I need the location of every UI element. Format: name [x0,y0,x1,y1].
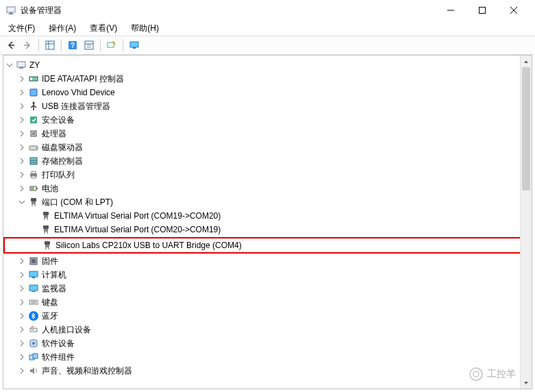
tree-item-label: 安全设备 [42,114,75,126]
tree-category[interactable]: 磁盘驱动器 [3,140,532,154]
tree-category[interactable]: 软件组件 [3,350,532,364]
tree-category[interactable]: 声音、视频和游戏控制器 [3,364,532,378]
expander-open-icon[interactable] [17,197,27,207]
device-icon [28,87,39,98]
tree-category[interactable]: IDE ATA/ATAPI 控制器 [3,72,532,86]
tree-item-label: 端口 (COM 和 LPT) [42,197,113,208]
tree-item-label: 固件 [42,256,58,267]
expander-closed-icon[interactable] [17,297,27,307]
device-tree[interactable]: ZY IDE ATA/ATAPI 控制器Lenovo Vhid DeviceUS… [3,56,532,380]
expander-closed-icon[interactable] [17,270,27,280]
port-icon [40,210,51,221]
svg-rect-65 [32,291,36,292]
firmware-icon [28,256,39,267]
close-button[interactable] [498,1,530,20]
forward-button[interactable] [21,38,34,52]
watermark-text: 工控羊 [487,368,516,380]
back-button[interactable] [4,38,18,52]
expander-closed-icon[interactable] [17,143,27,152]
show-hide-tree-button[interactable] [43,38,57,52]
svg-rect-48 [43,212,49,215]
window-title: 设备管理器 [21,5,435,16]
expander-closed-icon[interactable] [17,88,27,97]
svg-rect-66 [29,300,38,304]
help-button[interactable]: ? [66,38,79,52]
expander-closed-icon[interactable] [17,284,27,293]
expander-closed-icon[interactable] [17,101,27,111]
expander-closed-icon[interactable] [17,156,27,166]
tree-category[interactable]: 打印队列 [3,168,532,182]
expander-closed-icon[interactable] [17,352,27,362]
menu-help[interactable]: 帮助(H) [128,21,162,36]
expander-closed-icon[interactable] [17,184,27,193]
tree-category[interactable]: 计算机 [3,268,532,282]
tree-category[interactable]: Lenovo Vhid Device [3,86,532,99]
tree-item-label: 键盘 [42,297,58,308]
svg-rect-25 [30,89,37,96]
svg-rect-19 [130,42,138,47]
tree-category[interactable]: 键盘 [3,295,532,309]
svg-rect-62 [29,271,38,277]
tree-item-label: 软件组件 [42,352,75,363]
cpu-icon [28,128,39,139]
menu-view[interactable]: 查看(V) [87,21,120,36]
monitor-icon [28,283,39,294]
tree-device-port-highlighted[interactable]: Silicon Labs CP210x USB to UART Bridge (… [5,238,530,252]
menu-action[interactable]: 操作(A) [46,21,79,36]
scan-hardware-button[interactable] [105,38,119,52]
tree-category[interactable]: 存储控制器 [3,154,532,168]
svg-rect-45 [32,201,36,204]
svg-rect-22 [19,67,23,69]
minimize-button[interactable] [435,1,466,20]
port-icon [42,240,53,251]
expander-closed-icon[interactable] [17,366,27,376]
scroll-thumb[interactable] [522,67,530,191]
scroll-track[interactable] [521,67,532,377]
svg-rect-32 [32,132,35,135]
tree-item-label: Silicon Labs CP210x USB to UART Bridge (… [55,241,242,250]
titlebar: 设备管理器 [0,0,535,21]
expander-closed-icon[interactable] [17,170,27,180]
tree-item-label: ELTIMA Virtual Serial Port (COM19->COM20… [54,211,221,221]
toolbar: ? [0,36,535,55]
tree-device-port[interactable]: ELTIMA Virtual Serial Port (COM19->COM20… [3,209,532,223]
separator [100,39,101,51]
tree-category[interactable]: 人机接口设备 [3,323,532,336]
expander-closed-icon[interactable] [17,256,27,266]
menu-file[interactable]: 文件(F) [5,21,38,36]
properties-button[interactable] [82,38,96,52]
ide-icon [28,73,39,84]
scroll-up-button[interactable] [521,56,532,67]
expander-closed-icon[interactable] [17,325,27,334]
expander-closed-icon[interactable] [17,129,27,138]
tree-root[interactable]: ZY [3,58,532,72]
disk-icon [28,142,39,153]
tree-category[interactable]: 固件 [3,254,532,268]
tree-category[interactable]: 软件设备 [3,336,532,350]
tree-category[interactable]: 处理器 [3,127,532,140]
svg-rect-35 [30,158,37,164]
expander-closed-icon[interactable] [17,311,27,321]
svg-rect-44 [31,198,36,201]
svg-rect-43 [31,187,34,190]
tree-category[interactable]: 安全设备 [3,113,532,127]
maximize-button[interactable] [466,1,498,20]
tree-category[interactable]: 电池 [3,182,532,195]
expander-closed-icon[interactable] [17,339,27,348]
svg-rect-75 [33,354,38,358]
expander-closed-icon[interactable] [17,74,27,84]
scroll-down-button[interactable] [521,377,532,389]
tree-category[interactable]: 监视器 [3,282,532,295]
port-icon [40,224,51,235]
monitor-button[interactable] [127,38,141,52]
printer-icon [28,169,39,180]
tree-category-ports[interactable]: 端口 (COM 和 LPT) [3,195,532,209]
tree-category[interactable]: 蓝牙 [3,309,532,323]
computer-icon [16,60,27,71]
tree-category[interactable]: USB 连接器管理器 [3,99,532,113]
expander-open-icon[interactable] [5,60,14,70]
expander-closed-icon[interactable] [17,115,27,125]
vertical-scrollbar[interactable] [520,56,532,389]
no-expander [29,225,39,234]
tree-device-port[interactable]: ELTIMA Virtual Serial Port (COM20->COM19… [3,223,532,236]
